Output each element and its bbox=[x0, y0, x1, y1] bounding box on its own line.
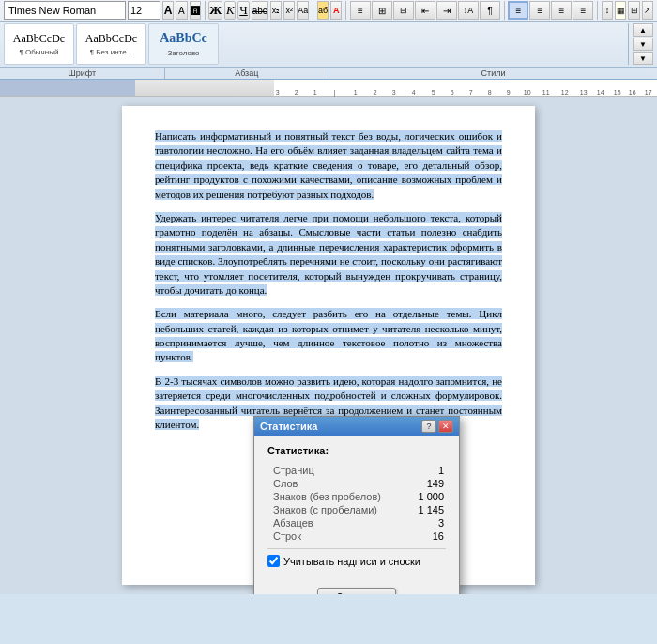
ruler-margin-left bbox=[0, 80, 135, 96]
dialog-section-title: Статистика: bbox=[267, 445, 446, 456]
paragraph-1: Написать информативный и понятный текст … bbox=[155, 130, 502, 202]
stat-label-chars-nospace: Знаков (без пробелов) bbox=[267, 490, 409, 503]
strikethrough-button[interactable]: abc bbox=[252, 1, 268, 20]
dialog-separator bbox=[267, 548, 446, 549]
ruler-tick-1r: 1 bbox=[354, 89, 358, 96]
decrease-indent-button[interactable]: ⇤ bbox=[415, 1, 435, 20]
ruler-tick-2l: 2 bbox=[295, 89, 298, 96]
dialog-close-button[interactable]: Закрыть bbox=[317, 588, 396, 594]
ruler-tick-16r: 16 bbox=[629, 89, 636, 96]
ruler-tick-6r: 6 bbox=[451, 89, 454, 96]
multilevel-button[interactable]: ⊟ bbox=[393, 1, 414, 20]
style-heading-label: Заголово bbox=[167, 49, 199, 57]
font-color-button[interactable]: А bbox=[330, 1, 342, 20]
stat-value-chars-nospace: 1 000 bbox=[409, 490, 446, 503]
stat-row-lines: Строк 16 bbox=[267, 529, 446, 543]
ruler-tick-0: | bbox=[334, 89, 336, 96]
bullets-button[interactable]: ≡ bbox=[350, 1, 371, 20]
highlight-button[interactable]: аб bbox=[317, 1, 328, 20]
show-marks-button[interactable]: ¶ bbox=[480, 1, 500, 20]
stat-value-lines: 16 bbox=[409, 529, 446, 543]
toolbar-row-1: Times New Roman 12 A A 🅰 Ж К Ч abc x₂ x²… bbox=[0, 0, 657, 21]
stat-value-chars-space: 1 145 bbox=[409, 503, 446, 516]
styles-up-button[interactable]: ▲ bbox=[633, 23, 653, 37]
stats-table: Страниц 1 Слов 149 Знаков (без пробелов)… bbox=[267, 464, 446, 543]
separator-3 bbox=[345, 1, 346, 20]
dialog-checkbox-row: Учитывать надписи и сноски bbox=[267, 555, 446, 567]
para1-text: Написать информативный и понятный текст … bbox=[155, 130, 502, 200]
ruler-tick-3l: 3 bbox=[276, 89, 280, 96]
para2-text: Удержать интерес читателя легче при помо… bbox=[155, 212, 502, 296]
stat-row-pages: Страниц 1 bbox=[267, 464, 446, 477]
grow-font-button[interactable]: A bbox=[162, 1, 174, 20]
subscript-button[interactable]: x₂ bbox=[270, 1, 282, 20]
ruler-tick-13r: 13 bbox=[580, 89, 588, 96]
font-name-input[interactable]: Times New Roman bbox=[4, 1, 126, 20]
align-justify-button[interactable]: ≡ bbox=[573, 1, 593, 20]
shrink-font-button[interactable]: A bbox=[176, 1, 187, 20]
shading-button[interactable]: ▦ bbox=[615, 1, 626, 20]
change-case-button[interactable]: Аа bbox=[297, 1, 309, 20]
ruler-tick-14r: 14 bbox=[597, 89, 604, 96]
dialog-help-button[interactable]: ? bbox=[421, 420, 436, 433]
ruler-tick-9r: 9 bbox=[507, 89, 511, 96]
stat-value-pages: 1 bbox=[409, 464, 446, 477]
numbering-button[interactable]: ⊞ bbox=[372, 1, 392, 20]
separator-4 bbox=[504, 1, 505, 20]
ruler-content: 3 2 1 | 1 2 3 4 5 6 7 8 9 10 11 12 13 14… bbox=[274, 80, 657, 96]
dialog-title: Статистика bbox=[260, 421, 318, 432]
font-section-label: Шрифт bbox=[0, 68, 165, 79]
stat-label-pages: Страниц bbox=[267, 464, 409, 477]
stat-row-chars-nospace: Знаков (без пробелов) 1 000 bbox=[267, 490, 446, 503]
underline-button[interactable]: Ч bbox=[237, 1, 249, 20]
ruler-tick-12r: 12 bbox=[561, 89, 569, 96]
ruler: 3 2 1 | 1 2 3 4 5 6 7 8 9 10 11 12 13 14… bbox=[0, 80, 657, 97]
increase-indent-button[interactable]: ⇥ bbox=[436, 1, 457, 20]
style-normal-preview: AaBbCcDc bbox=[13, 32, 65, 45]
superscript-button[interactable]: x² bbox=[283, 1, 295, 20]
align-center-button[interactable]: ≡ bbox=[529, 1, 550, 20]
borders-button[interactable]: ⊞ bbox=[628, 1, 639, 20]
toolbar-top: Times New Roman 12 A A 🅰 Ж К Ч abc x₂ x²… bbox=[0, 0, 657, 80]
style-heading-item[interactable]: AaBbCc Заголово bbox=[148, 23, 219, 65]
style-normal-label: ¶ Обычный bbox=[20, 48, 59, 56]
ruler-tick-17r: 17 bbox=[645, 89, 652, 96]
italic-button[interactable]: К bbox=[224, 1, 236, 20]
stat-label-paragraphs: Абзацев bbox=[267, 516, 409, 529]
statistics-dialog: Статистика ? ✕ Статистика: Страниц 1 Сло… bbox=[253, 416, 460, 594]
styles-nav: ▲ ▼ ▼ bbox=[628, 23, 653, 65]
checkbox-label: Учитывать надписи и сноски bbox=[283, 556, 420, 567]
stat-label-chars-space: Знаков (с пробелами) bbox=[267, 503, 409, 516]
style-no-interval-preview: AaBbCcDc bbox=[85, 32, 137, 45]
ruler-tick-3r: 3 bbox=[392, 89, 396, 96]
page-text: Написать информативный и понятный текст … bbox=[155, 130, 502, 432]
font-size-input[interactable]: 12 bbox=[128, 1, 160, 20]
align-right-button[interactable]: ≡ bbox=[551, 1, 572, 20]
style-normal-item[interactable]: AaBbCcDc ¶ Обычный bbox=[4, 23, 74, 65]
dialog-footer: Закрыть bbox=[254, 582, 459, 594]
dialog-close-x-button[interactable]: ✕ bbox=[438, 420, 453, 433]
stats-table-body: Страниц 1 Слов 149 Знаков (без пробелов)… bbox=[267, 464, 446, 543]
line-spacing-button[interactable]: ↕ bbox=[602, 1, 613, 20]
style-no-interval-item[interactable]: AaBbCcDc ¶ Без инте... bbox=[76, 23, 146, 65]
ruler-tick-5r: 5 bbox=[432, 89, 435, 96]
clear-format-button[interactable]: 🅰 bbox=[190, 1, 201, 20]
style-no-interval-label: ¶ Без инте... bbox=[90, 48, 133, 56]
document-area: Написать информативный и понятный текст … bbox=[0, 97, 657, 594]
align-left-button[interactable]: ≡ bbox=[508, 1, 528, 20]
paragraph-3: Если материала много, следует разбить ег… bbox=[155, 307, 502, 365]
ruler-tick-1l: 1 bbox=[313, 89, 317, 96]
styles-down-button[interactable]: ▼ bbox=[633, 38, 653, 51]
sort-button[interactable]: ↕A bbox=[458, 1, 479, 20]
stat-label-lines: Строк bbox=[267, 529, 409, 543]
bold-button[interactable]: Ж bbox=[208, 1, 222, 20]
paragraph-dialog-button[interactable]: ↗ bbox=[642, 1, 653, 20]
style-heading-preview: AaBbCc bbox=[160, 31, 207, 47]
stat-value-paragraphs: 3 bbox=[409, 516, 446, 529]
dialog-body: Статистика: Страниц 1 Слов 149 Знаков (б… bbox=[254, 436, 459, 582]
include-footnotes-checkbox[interactable] bbox=[267, 555, 280, 567]
stat-row-words: Слов 149 bbox=[267, 477, 446, 490]
stat-label-words: Слов bbox=[267, 477, 409, 490]
section-labels-bar: Шрифт Абзац Стили bbox=[0, 67, 657, 79]
styles-more-button[interactable]: ▼ bbox=[633, 52, 653, 65]
